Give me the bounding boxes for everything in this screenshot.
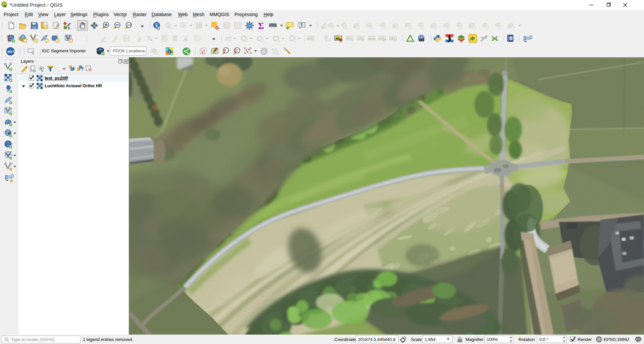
svg-text:S: S (166, 48, 168, 51)
svg-text:WKT: WKT (7, 50, 15, 53)
svg-text:abc: abc (347, 37, 352, 40)
svg-text:ab: ab (335, 36, 340, 40)
svg-text:L: L (169, 50, 170, 53)
svg-text:X,Y: X,Y (272, 48, 277, 52)
svg-text:?: ? (510, 37, 512, 40)
svg-text:ε: ε (55, 66, 57, 71)
svg-text:D: D (171, 52, 173, 55)
svg-text:abc: abc (308, 37, 313, 40)
svg-text:abc: abc (390, 37, 396, 40)
svg-text:abc: abc (369, 37, 374, 40)
